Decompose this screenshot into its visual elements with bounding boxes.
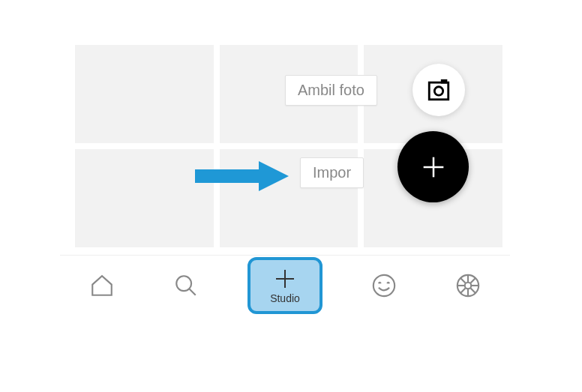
nav-home[interactable] — [80, 263, 124, 308]
svg-line-18 — [460, 278, 465, 283]
search-icon — [173, 273, 199, 298]
impor-tooltip[interactable]: Impor — [300, 157, 364, 188]
bottom-navigation: Studio — [60, 255, 510, 315]
add-button[interactable] — [398, 131, 469, 202]
camera-icon — [426, 77, 452, 103]
plus-icon — [273, 267, 297, 291]
svg-line-8 — [189, 289, 196, 295]
nav-discover[interactable] — [362, 263, 406, 308]
impor-label: Impor — [313, 164, 351, 181]
svg-point-13 — [465, 282, 472, 289]
svg-point-7 — [176, 276, 191, 291]
annotation-arrow-icon — [191, 157, 289, 195]
home-icon — [89, 273, 115, 298]
nav-search[interactable] — [164, 263, 208, 308]
svg-rect-0 — [429, 82, 448, 100]
grid-cell[interactable] — [75, 45, 214, 143]
svg-marker-6 — [259, 161, 289, 191]
nav-studio[interactable]: Studio — [248, 257, 322, 314]
nav-studio-label: Studio — [270, 292, 300, 304]
camera-button[interactable] — [412, 64, 465, 116]
svg-point-11 — [374, 274, 394, 295]
svg-line-20 — [471, 278, 476, 283]
ambil-foto-tooltip[interactable]: Ambil foto — [285, 75, 377, 106]
settings-wheel-icon — [455, 273, 481, 298]
plus-icon — [418, 152, 448, 182]
svg-rect-2 — [442, 80, 446, 82]
nav-profile[interactable] — [446, 263, 490, 308]
smile-icon — [371, 273, 397, 298]
svg-line-19 — [471, 288, 476, 292]
photo-grid-area: Ambil foto Impor — [75, 45, 502, 247]
svg-line-21 — [460, 288, 465, 292]
ambil-foto-label: Ambil foto — [298, 82, 364, 98]
svg-point-1 — [434, 87, 442, 95]
